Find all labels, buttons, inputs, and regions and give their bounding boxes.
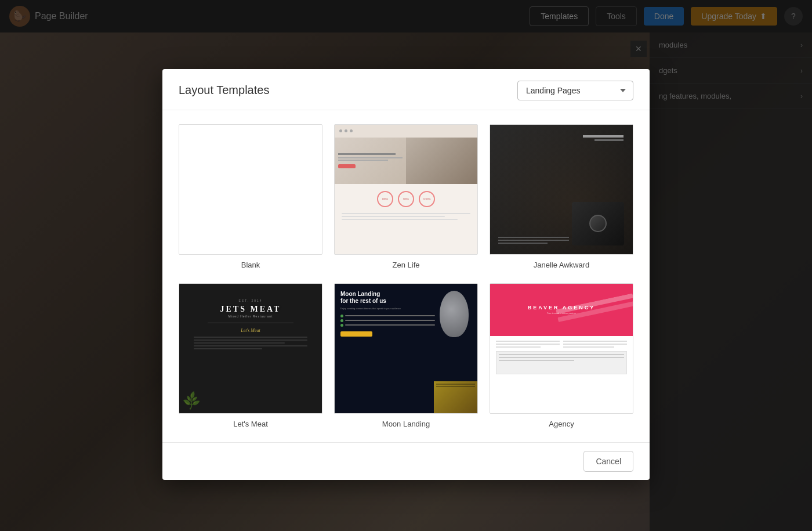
zen-hero-img [406,138,477,184]
agency-content [490,336,633,379]
janelle-about-line-1 [498,237,569,238]
category-select[interactable]: Landing Pages Homepages About Pages Cont… [517,81,633,100]
agency-c2-l2 [563,344,627,345]
template-label-blank: Blank [241,261,260,269]
template-zen-life[interactable]: 80% 90% 100% Zen Life [334,124,478,269]
janelle-camera [572,202,624,245]
zen-circle-3: 100% [419,191,435,207]
moon-checklist [340,315,435,327]
janelle-about-line-3 [498,243,548,244]
zen-title-line-2 [338,157,403,158]
moon-item-2 [340,319,435,322]
janelle-text-line-1 [583,135,624,138]
agency-c1-l3 [496,346,541,348]
meat-section: Let's Meat [241,328,260,333]
agency-col-1 [496,341,560,348]
zen-dot-1 [339,129,342,132]
herb-icon: 🌿 [181,390,202,411]
check-text-1 [345,315,435,316]
check-3 [340,324,343,327]
template-blank[interactable]: Blank [179,124,322,269]
agency-c2-l3 [563,346,614,348]
check-text-2 [345,320,435,321]
moon-book [434,381,477,413]
template-label-moon-landing: Moon Landing [382,420,430,428]
meat-line-4 [194,345,308,346]
check-1 [340,315,343,317]
meat-est-text: EST. 2014 [238,294,262,302]
moon-item-1 [340,315,435,317]
agency-name: BEAVER AGENCY [528,305,596,310]
janelle-about [498,237,569,245]
zen-line-1 [342,213,470,214]
agency-img-l3 [499,360,574,361]
cancel-button[interactable]: Cancel [583,451,633,472]
agency-hero: BEAVER AGENCY Your trusted creative part… [490,284,633,336]
zen-hero-section [335,138,477,184]
zen-footer [335,211,477,224]
moon-top: Moon Landingfor the rest of us Enjoy cur… [340,291,472,337]
template-label-agency: Agency [549,420,574,428]
template-janelle-awkward[interactable]: Janelle Awkward [490,124,633,269]
book-line-1 [436,384,475,385]
template-thumb-lets-meat: EST. 2014 JETS MEAT Mixed Heifer Restaur… [179,283,322,414]
zen-title-line-3 [338,160,388,161]
template-lets-meat[interactable]: EST. 2014 JETS MEAT Mixed Heifer Restaur… [179,283,322,428]
agency-col-2 [563,341,627,348]
moon-left: Moon Landingfor the rest of us Enjoy cur… [340,291,435,337]
agency-sub: Your trusted creative partner [528,312,596,315]
modal-title: Layout Templates [179,84,269,97]
check-text-3 [345,324,435,326]
agency-c1-l2 [496,344,560,345]
moon-right [440,291,472,337]
template-thumb-agency: BEAVER AGENCY Your trusted creative part… [490,283,633,414]
zen-line-3 [342,219,458,220]
zen-circles: 80% 90% 100% [335,184,477,211]
moon-cta-btn [340,331,372,337]
meat-divider [208,323,293,323]
agency-columns [496,341,627,348]
layout-templates-modal: Layout Templates Landing Pages Homepages… [162,69,650,480]
zen-circle-1: 80% [377,191,393,207]
template-thumb-zen-life: 80% 90% 100% [334,124,478,255]
book-lines [434,381,477,391]
janelle-about-line-2 [498,240,569,241]
zen-dot-2 [345,129,347,132]
meat-line-1 [194,337,308,338]
zen-line-2 [342,216,445,217]
moon-item-3 [340,324,435,327]
template-label-lets-meat: Let's Meat [233,420,268,428]
agency-img-l1 [499,354,624,355]
agency-hero-text: BEAVER AGENCY Your trusted creative part… [528,305,596,315]
meat-lines [194,337,308,351]
meat-logo: JETS MEAT [220,305,281,314]
template-thumb-moon-landing: Moon Landingfor the rest of us Enjoy cur… [334,283,478,414]
moon-sub: Enjoy curating content themes that speak… [340,307,435,310]
template-moon-landing[interactable]: Moon Landingfor the rest of us Enjoy cur… [334,283,478,428]
meat-tagline: Mixed Heifer Restaurant [229,315,273,318]
zen-title-line-1 [338,153,396,155]
template-thumb-blank [179,124,322,255]
template-agency[interactable]: BEAVER AGENCY Your trusted creative part… [490,283,633,428]
agency-image-block [496,351,627,374]
janelle-text-line-2 [594,139,624,141]
camera-lens [589,215,607,232]
template-label-zen-life: Zen Life [393,261,420,269]
book-line-2 [436,386,475,387]
agency-img-l2 [499,357,624,358]
astronaut [440,291,469,337]
modal-overlay: Layout Templates Landing Pages Homepages… [0,0,812,531]
zen-nav [335,125,477,138]
template-thumb-janelle [490,124,633,255]
template-label-janelle: Janelle Awkward [534,261,590,269]
modal-footer: Cancel [162,442,650,480]
check-2 [340,319,343,322]
meat-line-3 [194,342,285,344]
zen-hero-content [335,138,413,184]
agency-c1-l1 [496,341,560,342]
janelle-text [583,135,624,142]
zen-cta [338,164,356,168]
meat-line-5 [194,348,262,349]
meat-line-2 [194,339,308,341]
agency-c2-l1 [563,341,627,342]
